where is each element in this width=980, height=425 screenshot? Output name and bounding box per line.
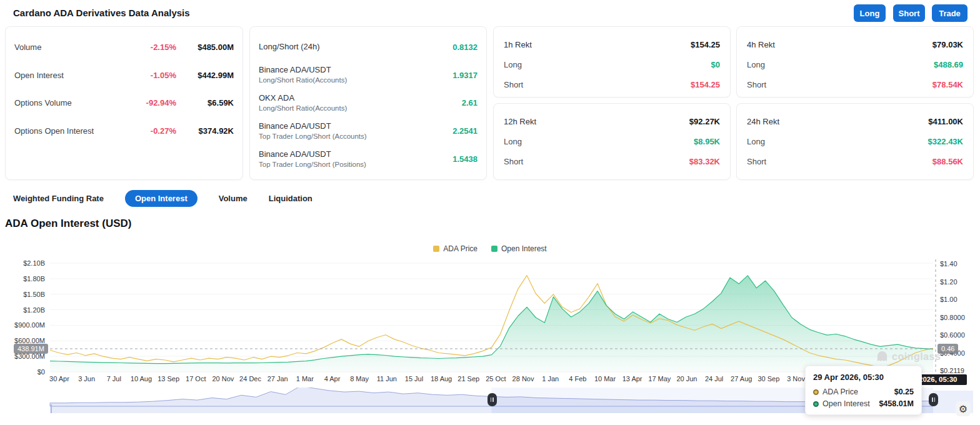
rekt-4h-card: 4h Rekt$79.03K Long$488.69 Short$78.54K bbox=[736, 26, 974, 98]
chart-title: ADA Open Interest (USD) bbox=[5, 218, 131, 230]
tooltip-row-ada-price: ADA Price $0.25 bbox=[813, 388, 914, 396]
tooltip-value: $0.25 bbox=[894, 388, 914, 396]
chart-legend: ADA Price Open Interest bbox=[0, 244, 980, 253]
tooltip-row-open-interest: Open Interest $458.01M bbox=[813, 399, 914, 408]
legend-swatch bbox=[433, 246, 439, 252]
rekt-title: 12h Rekt bbox=[504, 117, 689, 126]
ratio-sublabel: Long/Short Ratio(Accounts) bbox=[259, 104, 462, 113]
stat-row-open-interest: Open Interest -1.05% $442.99M bbox=[14, 61, 234, 89]
stat-value: $442.99M bbox=[176, 71, 234, 80]
stat-row-options-volume: Options Volume -92.94% $6.59K bbox=[14, 89, 234, 118]
rekt-short-value: $78.54K bbox=[932, 80, 963, 89]
rekt-short-label: Short bbox=[747, 157, 932, 166]
rekt-long-label: Long bbox=[747, 60, 934, 69]
chart-settings-gear-icon[interactable]: ⚙ bbox=[956, 401, 971, 416]
rekt-title: 4h Rekt bbox=[747, 40, 932, 49]
rekt-total: $411.00K bbox=[928, 117, 963, 126]
market-stats-card: Volume -2.15% $485.00M Open Interest -1.… bbox=[5, 26, 243, 180]
ratio-value: 1.9317 bbox=[452, 71, 478, 80]
rekt-long-value: $8.95K bbox=[694, 137, 720, 146]
stat-change: -0.27% bbox=[131, 126, 176, 136]
ratio-row: Binance ADA/USDT Top Trader Long/Short (… bbox=[259, 117, 478, 145]
rekt-title: 1h Rekt bbox=[504, 40, 691, 49]
tooltip-date: 29 Apr 2026, 05:30 bbox=[813, 372, 914, 382]
stat-row-options-open-interest: Options Open Interest -0.27% $374.92K bbox=[14, 117, 234, 145]
rekt-short-label: Short bbox=[504, 80, 691, 89]
legend-label: Open Interest bbox=[501, 244, 547, 253]
ratio-sublabel: Top Trader Long/Short (Accounts) bbox=[259, 132, 452, 141]
stat-change: -1.05% bbox=[131, 71, 176, 80]
rekt-long-label: Long bbox=[504, 60, 711, 69]
ratio-label: Long/Short (24h) bbox=[259, 42, 320, 51]
stat-label: Options Volume bbox=[14, 98, 131, 108]
chart-tabs: Weighted Funding Rate Open Interest Volu… bbox=[13, 189, 312, 207]
tab-volume[interactable]: Volume bbox=[219, 190, 248, 207]
rekt-total: $92.27K bbox=[689, 117, 720, 126]
crosshair-left-axis-badge: 438.91M bbox=[14, 344, 48, 354]
rekt-total: $79.03K bbox=[932, 40, 963, 49]
rekt-short-label: Short bbox=[747, 80, 932, 89]
crosshair-right-axis-badge: 0.46 bbox=[938, 344, 958, 354]
long-button[interactable]: Long bbox=[854, 4, 886, 22]
rekt-short-value: $88.56K bbox=[932, 157, 963, 166]
coinglass-watermark: coinglass bbox=[876, 351, 941, 362]
ratio-row: Long/Short (24h) 0.8132 bbox=[259, 33, 478, 61]
rekt-1h-card: 1h Rekt$154.25 Long$0 Short$154.25 bbox=[493, 26, 731, 98]
page-title: Cardano ADA Derivatives Data Analysis bbox=[13, 8, 190, 18]
tab-open-interest[interactable]: Open Interest bbox=[125, 190, 198, 207]
series-dot-icon bbox=[813, 389, 819, 395]
legend-swatch bbox=[491, 246, 498, 252]
tooltip-label: ADA Price bbox=[822, 388, 894, 396]
ratio-value: 1.5438 bbox=[452, 154, 478, 164]
rekt-long-label: Long bbox=[504, 137, 694, 146]
stat-row-volume: Volume -2.15% $485.00M bbox=[14, 33, 234, 61]
tooltip-value: $458.01M bbox=[879, 399, 914, 408]
legend-item-open-interest[interactable]: Open Interest bbox=[491, 244, 547, 253]
series-dot-icon bbox=[813, 401, 819, 407]
ratio-value: 0.8132 bbox=[452, 42, 478, 52]
watermark-text: coinglass bbox=[892, 351, 941, 362]
ratio-sublabel: Long/Short Ratio(Accounts) bbox=[259, 76, 452, 85]
stat-change: -2.15% bbox=[131, 42, 176, 52]
rekt-short-value: $154.25 bbox=[691, 80, 720, 89]
legend-item-ada-price[interactable]: ADA Price bbox=[433, 244, 478, 253]
rekt-short-label: Short bbox=[504, 157, 689, 166]
navigator-left-handle[interactable] bbox=[488, 393, 497, 406]
ratio-label: Binance ADA/USDT bbox=[259, 121, 452, 132]
long-short-ratios-card: Long/Short (24h) 0.8132 Binance ADA/USDT… bbox=[249, 26, 487, 180]
stat-value: $485.00M bbox=[176, 42, 234, 52]
stat-label: Options Open Interest bbox=[14, 126, 131, 136]
rekt-long-value: $488.69 bbox=[934, 60, 963, 69]
rekt-long-value: $322.43K bbox=[928, 137, 963, 146]
ratio-label: OKX ADA bbox=[259, 93, 462, 104]
ratio-row: Binance ADA/USDT Long/Short Ratio(Accoun… bbox=[259, 61, 478, 89]
rekt-12h-card: 12h Rekt$92.27K Long$8.95K Short$83.32K bbox=[493, 103, 731, 180]
navigator-right-handle[interactable] bbox=[929, 393, 938, 406]
rekt-short-value: $83.32K bbox=[689, 157, 720, 166]
ratio-label: Binance ADA/USDT bbox=[259, 149, 452, 160]
stat-value: $6.59K bbox=[176, 98, 234, 108]
ratio-value: 2.61 bbox=[462, 98, 478, 108]
rekt-long-label: Long bbox=[747, 137, 928, 146]
stat-label: Volume bbox=[14, 42, 131, 52]
stat-value: $374.92K bbox=[176, 126, 234, 136]
ratio-value: 2.2541 bbox=[452, 126, 478, 136]
tab-liquidation[interactable]: Liquidation bbox=[269, 190, 312, 207]
short-button[interactable]: Short bbox=[893, 4, 925, 22]
tooltip-label: Open Interest bbox=[822, 399, 879, 408]
ratio-label: Binance ADA/USDT bbox=[259, 65, 452, 76]
coinglass-logo-icon bbox=[876, 351, 888, 362]
ratio-row: Binance ADA/USDT Top Trader Long/Short (… bbox=[259, 145, 478, 173]
trade-button[interactable]: Trade bbox=[932, 4, 968, 22]
legend-label: ADA Price bbox=[443, 244, 478, 253]
rekt-24h-card: 24h Rekt$411.00K Long$322.43K Short$88.5… bbox=[736, 103, 974, 180]
ratio-sublabel: Top Trader Long/Short (Positions) bbox=[259, 160, 452, 169]
rekt-title: 24h Rekt bbox=[747, 117, 928, 126]
rekt-long-value: $0 bbox=[711, 60, 720, 69]
chart-tooltip: 29 Apr 2026, 05:30 ADA Price $0.25 Open … bbox=[805, 366, 922, 415]
stat-label: Open Interest bbox=[14, 71, 131, 80]
ratio-row: OKX ADA Long/Short Ratio(Accounts) 2.61 bbox=[259, 89, 478, 118]
tab-weighted-funding-rate[interactable]: Weighted Funding Rate bbox=[13, 190, 104, 207]
stat-change: -92.94% bbox=[131, 98, 176, 108]
rekt-total: $154.25 bbox=[691, 40, 720, 49]
